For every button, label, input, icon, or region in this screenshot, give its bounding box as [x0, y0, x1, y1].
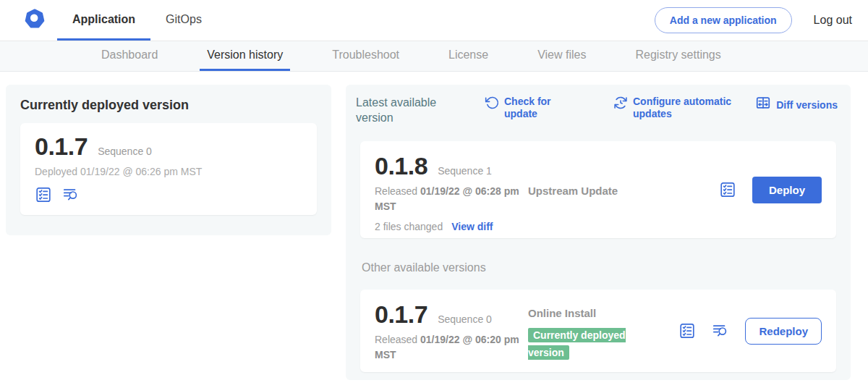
deployed-version-card: 0.1.7 Sequence 0 Deployed 01/19/22 @ 06:… — [20, 123, 317, 215]
subtab-troubleshoot[interactable]: Troubleshoot — [325, 41, 407, 71]
preflight-checklist-icon[interactable] — [719, 181, 736, 198]
configure-automatic-updates-action[interactable]: Configure automatic updates — [613, 96, 744, 120]
latest-sequence: Sequence 1 — [438, 165, 492, 177]
redeploy-button[interactable]: Redeploy — [745, 318, 822, 345]
subtab-dashboard[interactable]: Dashboard — [94, 41, 165, 71]
other-sequence: Sequence 0 — [438, 313, 492, 325]
files-changed-count: 2 files changed — [375, 221, 443, 232]
currently-deployed-badge: Currently deployed version — [528, 328, 626, 360]
view-diff-link[interactable]: View diff — [451, 221, 493, 232]
other-source-label: Online Install — [528, 307, 596, 319]
latest-source-label: Upstream Update — [528, 185, 618, 197]
subtab-license[interactable]: License — [441, 41, 495, 71]
app-subnav: Dashboard Version history Troubleshoot L… — [0, 41, 868, 72]
subtab-version-history[interactable]: Version history — [200, 41, 290, 71]
latest-version-number: 0.1.8 — [375, 153, 427, 180]
app-logo[interactable] — [0, 0, 57, 41]
logout-link[interactable]: Log out — [814, 14, 852, 27]
preflight-checklist-icon[interactable] — [35, 186, 52, 203]
latest-release-card: 0.1.8 Sequence 1 Released 01/19/22 @ 06:… — [360, 141, 836, 238]
other-version-number: 0.1.7 — [375, 301, 427, 328]
auto-update-clock-icon — [613, 96, 628, 113]
diff-versions-action[interactable]: Diff versions — [755, 96, 838, 114]
add-application-button[interactable]: Add a new application — [655, 7, 792, 33]
check-for-update-action[interactable]: Check for update — [485, 96, 577, 120]
header-right: Add a new application Log out — [655, 0, 868, 41]
top-header: Application GitOps Add a new application… — [0, 0, 868, 41]
preflight-checklist-icon[interactable] — [678, 322, 696, 340]
diff-versions-icon — [755, 96, 771, 114]
tab-gitops[interactable]: GitOps — [150, 0, 217, 41]
deployed-sequence: Sequence 0 — [98, 146, 152, 157]
deployed-timestamp: Deployed 01/19/22 @ 06:26 pm MST — [35, 166, 302, 177]
refresh-icon — [485, 96, 499, 113]
check-for-update-label: Check for update — [504, 96, 577, 120]
primary-tabs: Application GitOps — [57, 0, 217, 41]
deployed-panel-title: Currently deployed version — [20, 98, 317, 113]
other-released-line: Released 01/19/22 @ 06:20 pm MST — [375, 332, 524, 362]
configure-automatic-updates-label: Configure automatic updates — [633, 96, 744, 120]
deploy-button[interactable]: Deploy — [752, 177, 822, 203]
admin-console: Application GitOps Add a new application… — [0, 0, 868, 388]
other-release-card: 0.1.7 Sequence 0 Released 01/19/22 @ 06:… — [360, 290, 836, 372]
other-versions-title: Other available versions — [362, 261, 486, 274]
available-header: Latest available version Check for updat… — [346, 85, 851, 126]
latest-available-title: Latest available version — [356, 96, 456, 126]
app-logo-icon — [24, 8, 46, 33]
subtab-view-files[interactable]: View files — [530, 41, 593, 71]
view-logs-icon[interactable] — [62, 186, 80, 203]
subtab-registry-settings[interactable]: Registry settings — [628, 41, 728, 71]
diff-versions-label: Diff versions — [776, 99, 838, 111]
latest-released-line: Released 01/19/22 @ 06:28 pm MST — [375, 184, 524, 214]
available-versions-panel: Latest available version Check for updat… — [346, 85, 851, 380]
view-logs-icon[interactable] — [712, 322, 729, 340]
deployed-version-number: 0.1.7 — [35, 133, 88, 160]
tab-application[interactable]: Application — [57, 0, 150, 41]
currently-deployed-panel: Currently deployed version 0.1.7 Sequenc… — [6, 85, 331, 235]
